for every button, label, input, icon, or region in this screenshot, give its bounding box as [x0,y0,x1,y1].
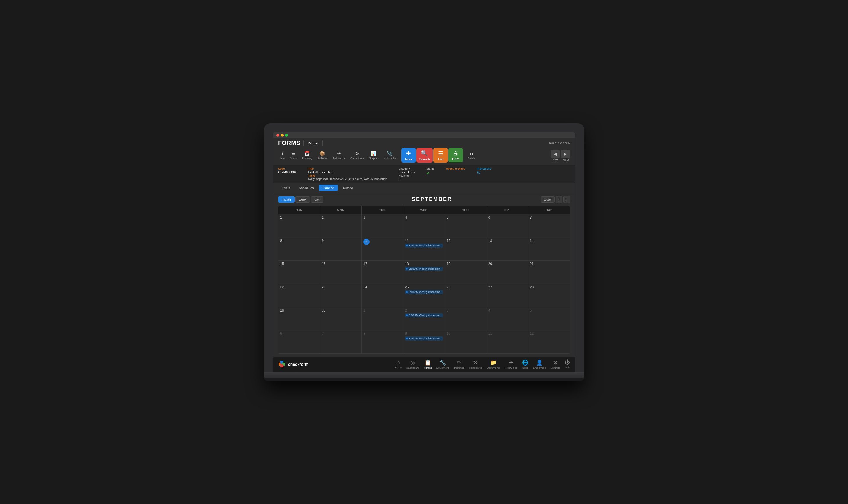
calendar-cell[interactable]: 30 [320,307,362,330]
calendar-event[interactable]: 8:00 AM Weekly inspection [405,244,443,248]
trainings-icon: ✏ [457,359,461,366]
event-text: 8:00 AM Weekly inspection [409,314,440,317]
calendar-cell[interactable]: 28 [528,284,570,307]
calendar-cell[interactable]: 13 [486,237,528,261]
fullscreen-dot[interactable] [285,134,288,137]
calendar-cell[interactable]: 12 [528,330,570,354]
nav-settings[interactable]: ⚙ Settings [550,359,560,369]
calendar-cell[interactable]: 8 [362,330,403,354]
calendar-cell[interactable]: 22 [278,284,320,307]
calendar-cell[interactable]: 1 [278,214,320,237]
calendar-cell[interactable]: 4 [486,307,528,330]
graphic-icon: 📊 [370,151,376,156]
calendar-cell[interactable]: 11 [486,330,528,354]
nav-correctives[interactable]: ⚒ Correctives [469,359,482,369]
delete-button[interactable]: 🗑 Delete [465,150,478,161]
cal-prev-button[interactable]: ‹ [556,196,562,203]
calendar-cell[interactable]: 98:00 AM Weekly inspection [403,330,445,354]
list-button[interactable]: ☰ List [433,148,448,163]
event-dot [406,314,408,316]
correctives-button[interactable]: ⚙ Correctives [348,149,366,161]
calendar-cell[interactable]: 29 [278,307,320,330]
calendar-cell[interactable]: 12 [445,237,486,261]
calendar-cell[interactable]: 2 [320,214,362,237]
calendar-cell[interactable]: 6 [486,214,528,237]
calendar-cell[interactable]: 5 [528,307,570,330]
calendar-cell[interactable]: 3 [445,307,486,330]
graphic-button[interactable]: 📊 Graphic [367,149,381,161]
nav-sites[interactable]: 🌐 Sites [522,359,528,369]
calendar-cell[interactable]: 118:00 AM Weekly inspection [403,237,445,261]
tab-tasks[interactable]: Tasks [278,185,294,191]
nav-equipment[interactable]: 🔧 Equipment [436,359,449,369]
calendar-cell[interactable]: 5 [445,214,486,237]
multimedia-button[interactable]: 📎 Multimedia [381,149,398,161]
calendar-cell[interactable]: 8 [278,237,320,261]
nav-home[interactable]: ⌂ Home [395,359,402,369]
minimize-dot[interactable] [281,134,284,137]
planning-button[interactable]: 📅 Planning [300,149,314,161]
nav-dashboard[interactable]: ◎ Dashboard [406,359,419,369]
calendar-cell[interactable]: 188:00 AM Weekly inspection [403,261,445,284]
calendar-event[interactable]: 8:00 AM Weekly inspection [405,267,443,271]
calendar-cell[interactable]: 28:00 AM Weekly inspection [403,307,445,330]
calendar-cell[interactable]: 7 [320,330,362,354]
search-button[interactable]: 🔍 Search [416,148,433,163]
prev-button[interactable]: ◀ [551,150,560,158]
calendar-day-number: 3 [363,215,401,219]
calendar-cell[interactable]: 26 [445,284,486,307]
nav-trainings[interactable]: ✏ Trainings [454,359,464,369]
nav-followups[interactable]: ✈ Follow-ups [504,359,517,369]
calendar-cell[interactable]: 23 [320,284,362,307]
week-view-button[interactable]: week [295,196,310,203]
calendar-cell[interactable]: 6 [278,330,320,354]
calendar-cell[interactable]: 15 [278,261,320,284]
new-button[interactable]: ✚ New [401,148,416,163]
nav-documents[interactable]: 📁 Documents [487,359,500,369]
calendar-cell[interactable]: 1 [362,307,403,330]
calendar-cell[interactable]: 258:00 AM Weekly inspection [403,284,445,307]
calendar-cell[interactable]: 17 [362,261,403,284]
calendar-cell[interactable]: 20 [486,261,528,284]
next-button[interactable]: ▶ [561,150,570,158]
col-wed: WED [403,206,445,214]
calendar-cell[interactable]: 4 [403,214,445,237]
info-button[interactable]: ℹ Info [278,149,287,161]
tab-schedules[interactable]: Schedules [295,185,317,191]
nav-forms[interactable]: 📋 Forms [424,359,432,369]
calendar-cell[interactable]: 10 [445,330,486,354]
month-view-button[interactable]: month [278,196,295,203]
calendar-cell[interactable]: 27 [486,284,528,307]
calendar-event[interactable]: 8:00 AM Weekly inspection [405,290,443,294]
calendar-day-number: 2 [405,308,443,312]
sites-label: Sites [522,366,528,369]
nav-employees[interactable]: 👤 Employees [533,359,546,369]
calendar-cell[interactable]: 21 [528,261,570,284]
nav-quit[interactable]: ⏻ Quit [565,359,570,369]
cal-next-button[interactable]: › [564,196,570,203]
tab-missed[interactable]: Missed [339,185,357,191]
print-button[interactable]: 🖨 Print [448,148,463,162]
day-view-button[interactable]: day [311,196,324,203]
code-field: Code CL-M000002 [278,167,297,174]
calendar-grid: SUN MON TUE WED THU FRI SAT 123456789101… [278,206,570,354]
tab-planned[interactable]: Planned [319,185,338,191]
calendar-cell[interactable]: 14 [528,237,570,261]
record-tab[interactable]: Record [304,140,322,146]
calendar-cell[interactable]: 9 [320,237,362,261]
steps-button[interactable]: ☰ Steps [288,149,299,161]
calendar-cell[interactable]: 16 [320,261,362,284]
calendar-cell[interactable]: 19 [445,261,486,284]
archives-button[interactable]: 📦 Archives [315,149,330,161]
code-label: Code [278,167,297,170]
calendar-event[interactable]: 8:00 AM Weekly inspection [405,313,443,317]
followups-button[interactable]: ✈ Follow-ups [330,149,348,161]
close-dot[interactable] [276,134,279,137]
calendar-day-number: 21 [530,262,568,266]
calendar-event[interactable]: 8:00 AM Weekly inspection [405,337,443,341]
calendar-cell[interactable]: 3 [362,214,403,237]
calendar-cell[interactable]: 10 [362,237,403,261]
calendar-cell[interactable]: 24 [362,284,403,307]
calendar-cell[interactable]: 7 [528,214,570,237]
today-button[interactable]: today [540,196,555,203]
